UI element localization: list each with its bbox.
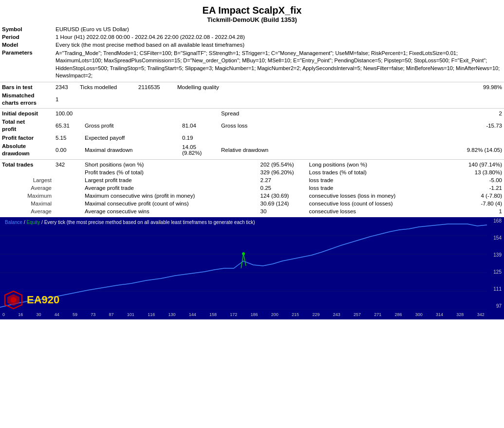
- bars-label: Bars in test: [0, 83, 54, 91]
- symbol-value: EURUSD (Euro vs US Dollar): [54, 25, 504, 33]
- maximal-consec-loss-label: consecutive loss (count of losses): [307, 200, 447, 207]
- x-label-73: 73: [91, 312, 95, 317]
- ticks-label: Ticks modelled: [78, 83, 136, 91]
- profit-factor-value: 5.15: [54, 134, 83, 142]
- equity-label: Equity: [26, 220, 40, 225]
- max-consec-wins-value: 124 (30.69): [259, 192, 307, 200]
- mismatched-row: Mismatchedcharts errors 1: [0, 91, 504, 108]
- parameters-label: Parameters: [0, 49, 54, 81]
- mismatched-value: 1: [54, 91, 78, 108]
- divider3: [0, 159, 504, 160]
- deposit-row: Initial deposit 100.00 Spread 2: [0, 110, 504, 117]
- bars-row: Bars in test 2343 Ticks modelled 2116535…: [0, 83, 504, 91]
- maximal-consec-row: Maximal Maximal consecutive profit (coun…: [0, 200, 504, 207]
- long-label: Long positions (won %): [307, 161, 447, 168]
- watermark: EA920: [2, 290, 59, 310]
- avg-consec-row: Average Average consecutive wins 30 cons…: [0, 207, 504, 215]
- maximal-label: Maximal: [0, 200, 54, 207]
- largest-profit-value: 2.27: [259, 176, 307, 184]
- x-label-16: 16: [18, 312, 23, 317]
- watermark-text: EA920: [27, 294, 59, 306]
- short-value: 202 (95.54%): [259, 161, 307, 168]
- largest-label: Largest: [0, 176, 54, 184]
- loss-trades-label: Loss trades (% of total): [307, 168, 447, 176]
- model-value: Every tick (the most precise method base…: [54, 41, 504, 49]
- report-subtitle: Tickmill-DemoUK (Build 1353): [0, 16, 504, 23]
- largest-profit-label: Largest profit trade: [83, 176, 259, 184]
- maximum-label: Maximum: [0, 192, 54, 200]
- profit-trades-label: Profit trades (% of total): [83, 168, 259, 176]
- deposit-label: Initial deposit: [0, 110, 54, 117]
- drawdown-row: Absolutedrawdown 0.00 Maximal drawdown 1…: [0, 142, 504, 158]
- y-label-111: 111: [487, 286, 503, 292]
- y-label-139: 139: [487, 252, 503, 258]
- gross-profit-label: Gross profit: [83, 117, 180, 134]
- equity-marker: [242, 252, 245, 255]
- net-profit-row: Total netprofit 65.31 Gross profit 81.04…: [0, 117, 504, 134]
- period-label: Period: [0, 33, 54, 41]
- total-trades-label: Total trades: [0, 161, 54, 168]
- x-label-300: 300: [415, 312, 423, 317]
- long-value: 140 (97.14%): [446, 161, 504, 168]
- logo-icon: [2, 290, 24, 310]
- spread-label: Spread: [219, 110, 381, 117]
- avg-loss-value: -1.21: [446, 184, 504, 192]
- x-label-101: 101: [127, 312, 134, 317]
- symbol-label: Symbol: [0, 25, 54, 33]
- profit-factor-label: Profit factor: [0, 134, 54, 142]
- x-label-30: 30: [37, 312, 41, 317]
- report-title: EA Impact ScalpX_fix: [0, 5, 504, 16]
- max-consec-wins-label: Maximum consecutive wins (profit in mone…: [83, 192, 259, 200]
- avg-consec-losses-label: consecutive losses: [307, 207, 447, 215]
- maximal-consec-loss-value: -7.80 (4): [446, 200, 504, 207]
- average-label: Average: [0, 184, 54, 192]
- average-trades-row: Average Average profit trade 0.25 loss t…: [0, 184, 504, 192]
- avg-profit-label: Average profit trade: [83, 184, 259, 192]
- largest-trades-row: Largest Largest profit trade 2.27 loss t…: [0, 176, 504, 184]
- short-label: Short positions (won %): [83, 161, 259, 168]
- mismatched-label: Mismatchedcharts errors: [0, 91, 54, 108]
- max-consec-losses-value: 4 (-7.80): [446, 192, 504, 200]
- x-label-186: 186: [251, 312, 258, 317]
- bars-table: Bars in test 2343 Ticks modelled 2116535…: [0, 83, 504, 108]
- symbol-row: Symbol EURUSD (Euro vs US Dollar): [0, 25, 504, 33]
- maximal-consec-profit-label: Maximal consecutive profit (count of win…: [83, 200, 259, 207]
- y-label-168: 168: [487, 218, 503, 223]
- x-label-342: 342: [477, 312, 485, 317]
- expected-payoff-value: 0.19: [180, 134, 219, 142]
- balance-label: Balance: [5, 220, 22, 225]
- info-table: Symbol EURUSD (Euro vs US Dollar) Period…: [0, 25, 504, 81]
- avg-consec-wins-value: 30: [259, 207, 307, 215]
- x-label-328: 328: [456, 312, 464, 317]
- gross-loss-value: -15.73: [381, 117, 504, 134]
- profit-trades-row: Profit trades (% of total) 329 (96.20%) …: [0, 168, 504, 176]
- relative-drawdown-label: Relative drawdown: [219, 142, 381, 158]
- total-trades-value: 342: [54, 161, 83, 168]
- x-label-59: 59: [73, 312, 77, 317]
- avg-loss-label: loss trade: [307, 184, 447, 192]
- total-trades-row: Total trades 342 Short positions (won %)…: [0, 161, 504, 168]
- y-label-97: 97: [487, 303, 503, 309]
- x-label-130: 130: [168, 312, 175, 317]
- page-header: EA Impact ScalpX_fix Tickmill-DemoUK (Bu…: [0, 0, 504, 25]
- quality-label: Modelling quality: [175, 83, 394, 91]
- abs-drawdown-value: 0.00: [54, 142, 83, 158]
- quality-value: 99.98%: [394, 83, 504, 91]
- maximal-drawdown-label: Maximal drawdown: [83, 142, 180, 158]
- model-label: Model: [0, 41, 54, 49]
- x-label-257: 257: [354, 312, 361, 317]
- x-label-229: 229: [312, 312, 319, 317]
- loss-trades-value: 13 (3.80%): [446, 168, 504, 176]
- maximal-drawdown-value: 14.05 (9.82%): [180, 142, 219, 158]
- ticks-value: 2116535: [136, 83, 175, 91]
- x-label-286: 286: [395, 312, 402, 317]
- x-label-314: 314: [436, 312, 443, 317]
- x-label-215: 215: [292, 312, 299, 317]
- x-label-87: 87: [109, 312, 114, 317]
- gross-profit-value: 81.04: [180, 117, 219, 134]
- gross-loss-label: Gross loss: [219, 117, 381, 134]
- largest-loss-value: -5.00: [446, 176, 504, 184]
- chart-label: Balance / Equity / Every tick (the most …: [2, 219, 258, 226]
- deposit-value: 100.00: [54, 110, 83, 117]
- svg-point-8: [11, 297, 17, 303]
